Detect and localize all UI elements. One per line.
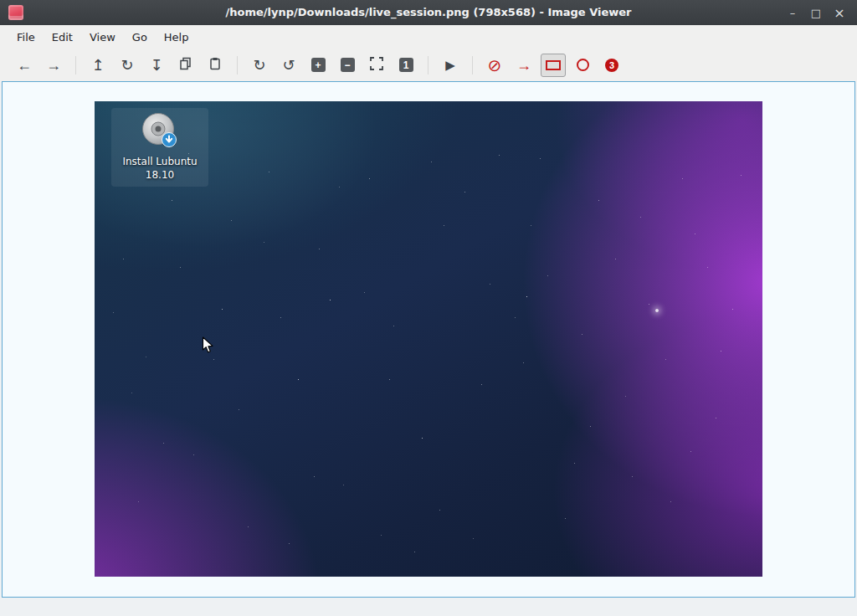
number-badge-icon: 3 — [605, 59, 618, 72]
open-icon: ↥ — [91, 58, 104, 73]
toolbar-separator — [472, 56, 473, 74]
titlebar: /home/lynp/Downloads/live_session.png (7… — [0, 0, 857, 25]
forward-button[interactable]: → — [41, 54, 66, 77]
desktop-icon-label-line1: Install Lubuntu — [111, 156, 208, 169]
back-button[interactable]: ← — [12, 54, 37, 77]
rotate-left-icon: ↺ — [282, 58, 295, 73]
zoom-out-icon: − — [341, 58, 355, 72]
open-button[interactable]: ↥ — [85, 54, 110, 77]
rotate-right-icon: ↻ — [253, 58, 265, 73]
rotate-right-button[interactable]: ↻ — [247, 54, 272, 77]
original-size-icon: 1 — [399, 58, 413, 72]
reload-button[interactable]: ↻ — [115, 54, 140, 77]
save-icon: ↧ — [150, 58, 162, 73]
menubar: File Edit View Go Help — [0, 25, 857, 49]
zoom-out-button[interactable]: − — [335, 54, 360, 77]
menu-item-view[interactable]: View — [81, 28, 124, 47]
paste-button[interactable] — [203, 54, 228, 77]
zoom-in-button[interactable]: + — [305, 54, 331, 77]
fit-window-icon — [370, 57, 383, 73]
desktop-icon-label-line2: 18.10 — [111, 169, 208, 182]
copy-icon — [179, 57, 192, 73]
forward-icon: → — [46, 58, 61, 73]
red-rectangle-icon — [546, 60, 561, 70]
paste-icon — [208, 57, 222, 73]
annotate-number-button[interactable]: 3 — [599, 54, 624, 77]
rotate-left-button[interactable]: ↺ — [276, 54, 301, 77]
status-bar — [0, 598, 857, 616]
red-arrow-icon: → — [516, 58, 531, 73]
annotate-ellipse-button[interactable] — [570, 54, 595, 77]
copy-button[interactable] — [173, 54, 198, 77]
starfield — [95, 101, 95, 102]
red-ellipse-icon — [577, 59, 589, 71]
mouse-cursor-icon — [202, 336, 214, 357]
toolbar-separator — [75, 56, 76, 74]
annotate-arrow-button[interactable]: → — [511, 54, 536, 77]
desktop-icon-install-lubuntu: Install Lubuntu 18.10 — [111, 108, 208, 187]
back-icon: ← — [17, 58, 32, 73]
save-button[interactable]: ↧ — [144, 54, 169, 77]
maximize-button[interactable]: □ — [805, 3, 827, 23]
menu-item-go[interactable]: Go — [124, 28, 156, 47]
reload-icon: ↻ — [121, 58, 133, 73]
fit-window-button[interactable] — [364, 54, 389, 77]
minimize-button[interactable]: – — [782, 3, 803, 23]
menu-item-edit[interactable]: Edit — [44, 28, 81, 47]
zoom-in-icon: + — [311, 58, 326, 72]
toolbar: ← → ↥ ↻ ↧ ↻ ↺ + — [0, 49, 857, 81]
app-icon — [8, 5, 23, 20]
no-entry-icon: ⊘ — [488, 57, 502, 74]
close-button[interactable]: × — [829, 3, 850, 23]
toolbar-separator — [237, 56, 238, 74]
menu-item-file[interactable]: File — [8, 28, 44, 47]
window-title: /home/lynp/Downloads/live_session.png (7… — [0, 0, 857, 25]
viewer-area: Install Lubuntu 18.10 — [2, 81, 855, 598]
play-icon: ▶ — [445, 59, 455, 71]
window-controls: – □ × — [782, 3, 850, 23]
slideshow-button[interactable]: ▶ — [438, 54, 463, 77]
desktop-icon-label: Install Lubuntu 18.10 — [111, 156, 208, 182]
bright-star — [655, 309, 659, 312]
annotate-rectangle-button[interactable] — [541, 54, 566, 77]
menu-item-help[interactable]: Help — [156, 28, 198, 47]
cd-disc-icon — [111, 112, 208, 154]
original-size-button[interactable]: 1 — [393, 54, 418, 77]
toolbar-separator — [428, 56, 428, 74]
annotate-disable-button[interactable]: ⊘ — [482, 54, 507, 77]
image-canvas[interactable]: Install Lubuntu 18.10 — [95, 101, 762, 577]
